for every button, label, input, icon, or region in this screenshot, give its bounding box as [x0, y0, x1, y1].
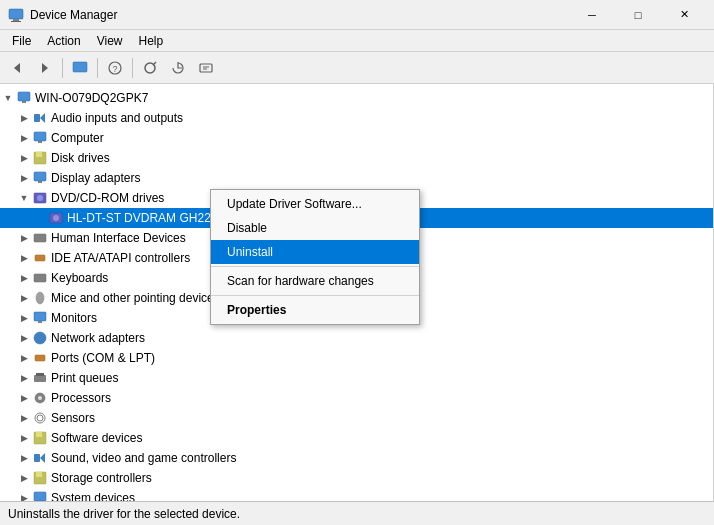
tree-item-disk[interactable]: ▶Disk drives: [0, 148, 713, 168]
tree-icon-dvd: [32, 190, 48, 206]
tree-icon-print: [32, 370, 48, 386]
tree-arrow-print[interactable]: ▶: [16, 370, 32, 386]
svg-rect-41: [36, 432, 42, 437]
ctx-sep-sep1: [211, 266, 419, 267]
tree-arrow-processors[interactable]: ▶: [16, 390, 32, 406]
svg-rect-2: [11, 21, 21, 22]
context-menu: Update Driver Software...DisableUninstal…: [210, 189, 420, 325]
tree-icon-root: [16, 90, 32, 106]
tree-item-display[interactable]: ▶Display adapters: [0, 168, 713, 188]
svg-rect-20: [34, 172, 46, 181]
tree-icon-network: [32, 330, 48, 346]
tree-arrow-dvd-drive[interactable]: [32, 210, 48, 226]
minimize-button[interactable]: ─: [570, 1, 614, 29]
tree-arrow-disk[interactable]: ▶: [16, 150, 32, 166]
close-button[interactable]: ✕: [662, 1, 706, 29]
svg-rect-28: [34, 274, 46, 282]
ctx-item-scan[interactable]: Scan for hardware changes: [211, 269, 419, 293]
tree-icon-keyboards: [32, 270, 48, 286]
svg-rect-31: [38, 321, 42, 323]
tree-arrow-hid[interactable]: ▶: [16, 230, 32, 246]
svg-rect-26: [34, 234, 46, 242]
tree-item-processors[interactable]: ▶Processors: [0, 388, 713, 408]
ctx-item-update[interactable]: Update Driver Software...: [211, 192, 419, 216]
svg-rect-19: [36, 152, 42, 157]
tree-arrow-computer[interactable]: ▶: [16, 130, 32, 146]
tree-label-root: WIN-O079DQ2GPK7: [35, 91, 148, 105]
ctx-item-uninstall[interactable]: Uninstall: [211, 240, 419, 264]
tree-item-root[interactable]: ▼WIN-O079DQ2GPK7: [0, 88, 713, 108]
tree-arrow-software[interactable]: ▶: [16, 430, 32, 446]
tree-arrow-display[interactable]: ▶: [16, 170, 32, 186]
tree-icon-sound: [32, 450, 48, 466]
status-text: Uninstalls the driver for the selected d…: [8, 507, 240, 521]
svg-rect-34: [34, 375, 46, 382]
svg-point-39: [37, 415, 43, 421]
svg-point-37: [38, 396, 42, 400]
tree-item-software[interactable]: ▶Software devices: [0, 428, 713, 448]
tree-icon-hid: [32, 230, 48, 246]
menu-help[interactable]: Help: [131, 32, 172, 50]
tree-label-software: Software devices: [51, 431, 142, 445]
tree-label-dvd: DVD/CD-ROM drives: [51, 191, 164, 205]
svg-rect-30: [34, 312, 46, 321]
svg-rect-16: [34, 132, 46, 141]
tree-item-network[interactable]: ▶Network adapters: [0, 328, 713, 348]
tree-arrow-monitors[interactable]: ▶: [16, 310, 32, 326]
ctx-item-disable[interactable]: Disable: [211, 216, 419, 240]
toolbar-properties[interactable]: [193, 55, 219, 81]
tree-item-sensors[interactable]: ▶Sensors: [0, 408, 713, 428]
tree-item-print[interactable]: ▶Print queues: [0, 368, 713, 388]
tree-arrow-root[interactable]: ▼: [0, 90, 16, 106]
tree-label-ports: Ports (COM & LPT): [51, 351, 155, 365]
tree-label-display: Display adapters: [51, 171, 140, 185]
toolbar-update[interactable]: [165, 55, 191, 81]
toolbar-help[interactable]: ?: [102, 55, 128, 81]
tree-arrow-storage[interactable]: ▶: [16, 470, 32, 486]
tree-icon-audio: [32, 110, 48, 126]
tree-arrow-ports[interactable]: ▶: [16, 350, 32, 366]
tree-item-ports[interactable]: ▶Ports (COM & LPT): [0, 348, 713, 368]
menu-action[interactable]: Action: [39, 32, 88, 50]
tree-arrow-sound[interactable]: ▶: [16, 450, 32, 466]
svg-text:?: ?: [112, 64, 117, 74]
tree-arrow-keyboards[interactable]: ▶: [16, 270, 32, 286]
tree-icon-sensors: [32, 410, 48, 426]
svg-point-29: [36, 292, 44, 304]
tree-item-storage[interactable]: ▶Storage controllers: [0, 468, 713, 488]
tree-icon-software: [32, 430, 48, 446]
tree-arrow-audio[interactable]: ▶: [16, 110, 32, 126]
tree-item-system[interactable]: ▶System devices: [0, 488, 713, 501]
app-icon: [8, 7, 24, 23]
toolbar-back[interactable]: [4, 55, 30, 81]
tree-item-sound[interactable]: ▶Sound, video and game controllers: [0, 448, 713, 468]
tree-label-sound: Sound, video and game controllers: [51, 451, 236, 465]
tree-arrow-dvd[interactable]: ▼: [16, 190, 32, 206]
ctx-sep-sep2: [211, 295, 419, 296]
svg-rect-1: [13, 19, 19, 21]
maximize-button[interactable]: □: [616, 1, 660, 29]
svg-rect-21: [38, 181, 42, 183]
tree-arrow-system[interactable]: ▶: [16, 490, 32, 501]
menu-view[interactable]: View: [89, 32, 131, 50]
tree-arrow-ide[interactable]: ▶: [16, 250, 32, 266]
tree-label-network: Network adapters: [51, 331, 145, 345]
toolbar: ?: [0, 52, 714, 84]
title-bar: Device Manager ─ □ ✕: [0, 0, 714, 30]
status-bar: Uninstalls the driver for the selected d…: [0, 501, 714, 525]
tree-item-audio[interactable]: ▶Audio inputs and outputs: [0, 108, 713, 128]
tree-arrow-mice[interactable]: ▶: [16, 290, 32, 306]
tree-icon-ide: [32, 250, 48, 266]
tree-arrow-network[interactable]: ▶: [16, 330, 32, 346]
toolbar-forward[interactable]: [32, 55, 58, 81]
tree-arrow-sensors[interactable]: ▶: [16, 410, 32, 426]
ctx-item-properties[interactable]: Properties: [211, 298, 419, 322]
toolbar-scan[interactable]: [137, 55, 163, 81]
tree-item-computer[interactable]: ▶Computer: [0, 128, 713, 148]
tree-icon-monitors: [32, 310, 48, 326]
toolbar-sep1: [62, 58, 63, 78]
main-area: ▼WIN-O079DQ2GPK7▶Audio inputs and output…: [0, 84, 714, 501]
tree-label-hid: Human Interface Devices: [51, 231, 186, 245]
toolbar-computer[interactable]: [67, 55, 93, 81]
menu-file[interactable]: File: [4, 32, 39, 50]
